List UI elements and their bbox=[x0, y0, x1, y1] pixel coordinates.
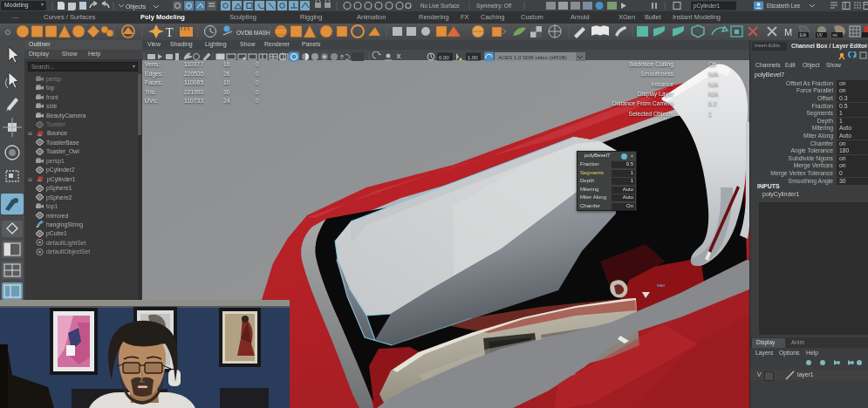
svg-text:No Live Surface: No Live Surface bbox=[420, 3, 460, 9]
svg-text:MAX: MAX bbox=[657, 283, 666, 288]
svg-text:1.00: 1.00 bbox=[468, 55, 478, 60]
svg-text:Symmetry: Off: Symmetry: Off bbox=[476, 3, 511, 10]
svg-text:Elizabeth Lee: Elizabeth Lee bbox=[767, 3, 801, 9]
svg-text:Objects: Objects bbox=[126, 3, 147, 10]
svg-text:Edit: Edit bbox=[800, 33, 808, 37]
svg-text:ACES 1.0 SDR-video (sRGB): ACES 1.0 SDR-video (sRGB) bbox=[498, 55, 567, 60]
svg-text:0.00: 0.00 bbox=[439, 55, 449, 60]
svg-text:T: T bbox=[166, 26, 174, 39]
svg-text:pCylinder1: pCylinder1 bbox=[694, 3, 721, 10]
svg-text:UV: UV bbox=[817, 33, 823, 37]
svg-text:MASH: MASH bbox=[254, 30, 270, 36]
svg-text:M: M bbox=[784, 27, 792, 37]
svg-text:OVDB: OVDB bbox=[236, 30, 252, 36]
svg-text:ret: ret bbox=[833, 33, 838, 37]
